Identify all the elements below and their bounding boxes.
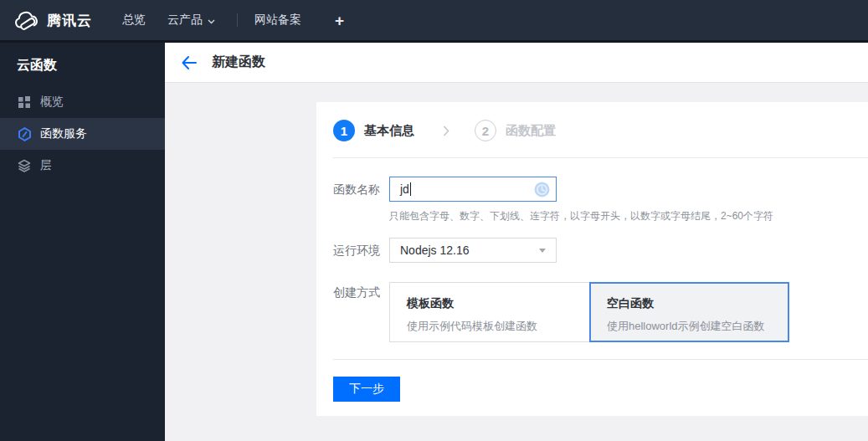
arrow-left-icon [181, 55, 198, 70]
cloud-logo-icon [13, 11, 39, 30]
option-description: 使用helloworld示例创建空白函数 [607, 319, 779, 334]
basic-info-form: 函数名称 jd [316, 177, 868, 342]
chevron-down-icon [208, 13, 215, 27]
function-name-label: 函数名称 [333, 177, 389, 202]
tencent-cloud-console: 腾讯云 总览 云产品 网站备案 + 云函数 [0, 0, 868, 441]
nav-products[interactable]: 云产品 [167, 13, 215, 28]
option-blank-function[interactable]: 空白函数 使用helloworld示例创建空白函数 [589, 282, 789, 342]
creation-method-label: 创建方式 [333, 282, 389, 342]
runtime-select[interactable]: Nodejs 12.16 [389, 238, 557, 263]
sidebar-item-label: 概览 [40, 95, 64, 110]
scf-hexagon-icon [18, 127, 32, 141]
step-1-label: 基本信息 [364, 123, 414, 139]
top-nav-links: 总览 云产品 网站备案 + [122, 13, 344, 28]
nav-icp-filing[interactable]: 网站备案 [254, 13, 301, 28]
step-1-circle: 1 [333, 120, 355, 141]
sidebar-item-function-service[interactable]: 函数服务 [0, 118, 165, 150]
nav-separator [237, 13, 238, 27]
wizard-steps: 1 基本信息 2 函数配置 [316, 102, 868, 141]
top-navbar: 腾讯云 总览 云产品 网站备案 + [0, 0, 868, 40]
nav-overview[interactable]: 总览 [122, 13, 146, 28]
option-template-function[interactable]: 模板函数 使用示例代码模板创建函数 [389, 282, 590, 342]
creation-method-options: 模板函数 使用示例代码模板创建函数 空白函数 使用helloworld示例创建空… [389, 282, 789, 342]
grid-icon [18, 95, 32, 110]
option-title: 空白函数 [607, 296, 779, 311]
brand-name: 腾讯云 [47, 11, 92, 30]
sidebar-title: 云函数 [0, 43, 165, 86]
create-function-card: 1 基本信息 2 函数配置 函数名称 jd [316, 102, 868, 416]
main-area: 新建函数 1 基本信息 2 函数配置 函数名称 [165, 43, 868, 441]
next-step-button[interactable]: 下一步 [333, 377, 400, 402]
sidebar: 云函数 概览 函数服务 [0, 43, 165, 441]
sidebar-item-label: 函数服务 [40, 126, 87, 141]
divider [333, 157, 868, 158]
step-2-circle: 2 [475, 120, 496, 141]
runtime-selected-value: Nodejs 12.16 [400, 244, 470, 257]
sidebar-item-overview[interactable]: 概览 [0, 86, 165, 118]
step-2-label: 函数配置 [506, 123, 556, 139]
card-footer: 下一步 [316, 360, 868, 402]
sidebar-item-layers[interactable]: 层 [0, 150, 165, 182]
add-tab-button[interactable]: + [335, 13, 344, 28]
function-name-hint: 只能包含字母、数字、下划线、连字符，以字母开头，以数字或字母结尾，2~60个字符 [389, 209, 868, 223]
function-name-input[interactable]: jd [389, 177, 557, 202]
page-title: 新建函数 [212, 54, 265, 71]
select-caret-icon [539, 249, 546, 253]
back-button[interactable] [179, 53, 199, 73]
sidebar-item-label: 层 [40, 158, 52, 173]
clock-pending-icon [534, 182, 550, 200]
chevron-right-icon [443, 126, 449, 136]
option-description: 使用示例代码模板创建函数 [407, 319, 581, 334]
text-cursor [410, 182, 411, 196]
function-name-value: jd [400, 182, 409, 196]
brand-logo[interactable]: 腾讯云 [13, 11, 92, 30]
runtime-label: 运行环境 [333, 238, 389, 263]
page-header: 新建函数 [165, 43, 868, 83]
layers-icon [18, 159, 32, 173]
content-background: 1 基本信息 2 函数配置 函数名称 jd [165, 83, 868, 441]
option-title: 模板函数 [407, 296, 581, 311]
